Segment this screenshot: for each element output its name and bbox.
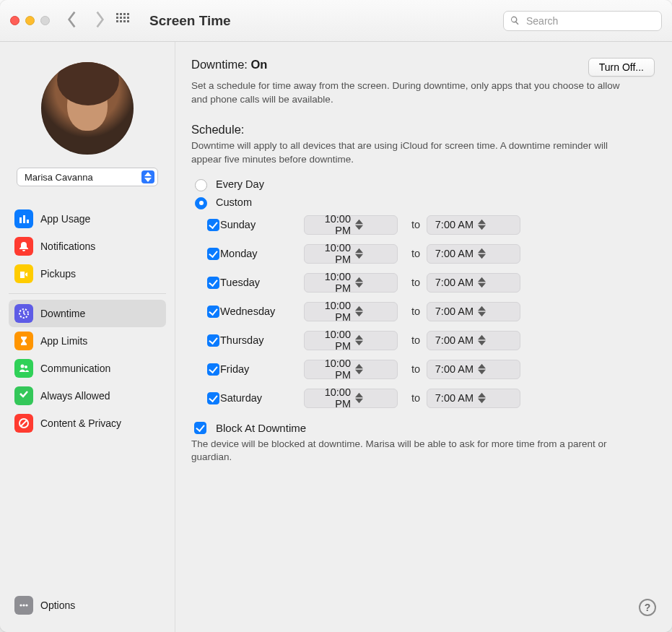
start-time-value: 10:00 PM — [312, 242, 351, 265]
bell-icon — [14, 237, 33, 256]
main-content: Downtime: On Turn Off... Set a schedule … — [175, 42, 672, 632]
stepper-icon[interactable] — [478, 334, 517, 346]
radio-custom[interactable]: Custom — [191, 195, 655, 209]
stepper-icon[interactable] — [355, 306, 394, 317]
downtime-description: Set a schedule for time away from the sc… — [191, 79, 624, 107]
back-button[interactable] — [66, 10, 78, 32]
sidebar-item-label: Content & Privacy — [40, 417, 121, 429]
start-time-sunday[interactable]: 10:00 PM — [304, 215, 398, 235]
turn-off-button[interactable]: Turn Off... — [588, 58, 655, 77]
start-time-value: 10:00 PM — [312, 358, 351, 381]
end-time-thursday[interactable]: 7:00 AM — [427, 331, 520, 350]
stepper-icon[interactable] — [478, 277, 517, 288]
block-at-downtime-row[interactable]: Block At Downtime — [191, 420, 655, 436]
end-time-saturday[interactable]: 7:00 AM — [427, 389, 520, 408]
end-time-value: 7:00 AM — [435, 306, 474, 317]
to-label: to — [405, 363, 427, 375]
end-time-sunday[interactable]: 7:00 AM — [427, 215, 520, 235]
stepper-icon[interactable] — [355, 363, 394, 375]
end-time-value: 7:00 AM — [435, 219, 474, 230]
svg-point-20 — [19, 604, 22, 606]
sidebar-item-communication[interactable]: Communication — [9, 355, 166, 382]
sidebar-item-label: App Usage — [40, 213, 90, 225]
radio-every-day[interactable]: Every Day — [191, 177, 655, 191]
hourglass-icon — [14, 332, 33, 350]
user-select[interactable]: Marisa Cavanna — [17, 168, 158, 186]
day-checkbox-monday[interactable] — [207, 248, 219, 260]
close-window[interactable] — [10, 16, 19, 25]
sidebar-item-app-limits[interactable]: App Limits — [9, 327, 166, 355]
sidebar-item-always-allowed[interactable]: Always Allowed — [9, 382, 166, 410]
status-value: On — [251, 58, 268, 71]
stepper-icon[interactable] — [478, 392, 517, 404]
stepper-icon[interactable] — [355, 219, 394, 230]
end-time-value: 7:00 AM — [435, 392, 474, 404]
sidebar-item-options[interactable]: Options — [9, 592, 166, 619]
sidebar-item-notifications[interactable]: Notifications — [9, 233, 166, 260]
apps-grid-icon[interactable] — [116, 13, 129, 28]
stepper-icon[interactable] — [478, 306, 517, 317]
end-time-tuesday[interactable]: 7:00 AM — [427, 273, 520, 293]
end-time-monday[interactable]: 7:00 AM — [427, 244, 520, 264]
day-checkbox-tuesday[interactable] — [207, 277, 219, 289]
day-checkbox-wednesday[interactable] — [207, 306, 219, 318]
every-day-label: Every Day — [216, 178, 264, 190]
minimize-window[interactable] — [25, 16, 35, 25]
svg-rect-10 — [123, 20, 126, 22]
end-time-friday[interactable]: 7:00 AM — [427, 360, 520, 379]
toolbar-search[interactable] — [503, 11, 662, 31]
sidebar-item-label: Communication — [40, 363, 110, 374]
hand-icon — [14, 264, 33, 283]
stepper-icon[interactable] — [478, 219, 517, 230]
day-checkbox-saturday[interactable] — [207, 392, 219, 404]
day-checkbox-thursday[interactable] — [207, 334, 219, 347]
end-time-value: 7:00 AM — [435, 248, 474, 259]
svg-rect-7 — [127, 17, 129, 19]
start-time-monday[interactable]: 10:00 PM — [304, 244, 398, 264]
sidebar-item-label: App Limits — [40, 335, 87, 347]
start-time-wednesday[interactable]: 10:00 PM — [304, 302, 398, 321]
people-icon — [14, 359, 33, 378]
user-avatar[interactable] — [41, 62, 134, 155]
user-select-label: Marisa Cavanna — [25, 172, 93, 183]
day-checkbox-sunday[interactable] — [207, 219, 219, 231]
sidebar-item-label: Notifications — [40, 241, 95, 252]
start-time-tuesday[interactable]: 10:00 PM — [304, 273, 398, 293]
start-time-friday[interactable]: 10:00 PM — [304, 360, 398, 379]
stepper-icon[interactable] — [355, 334, 394, 346]
every-day-radio[interactable] — [195, 179, 207, 191]
sidebar-item-content-privacy[interactable]: Content & Privacy — [9, 410, 166, 437]
svg-point-17 — [25, 365, 27, 368]
window: Screen Time Marisa Cavanna App Usage — [0, 0, 672, 632]
svg-line-19 — [21, 420, 27, 426]
stepper-icon[interactable] — [355, 392, 394, 404]
sidebar-item-app-usage[interactable]: App Usage — [9, 205, 166, 233]
stepper-icon[interactable] — [355, 248, 394, 259]
window-title: Screen Time — [149, 13, 231, 29]
svg-rect-6 — [123, 17, 126, 19]
fullscreen-window-disabled — [40, 16, 50, 25]
block-at-downtime-checkbox[interactable] — [194, 422, 206, 434]
stepper-icon[interactable] — [478, 248, 517, 259]
day-label: Sunday — [220, 219, 304, 230]
downtime-status: Downtime: On — [191, 58, 267, 72]
to-label: to — [405, 334, 427, 346]
start-time-saturday[interactable]: 10:00 PM — [304, 389, 398, 408]
start-time-thursday[interactable]: 10:00 PM — [304, 331, 398, 350]
custom-radio[interactable] — [195, 197, 207, 209]
day-checkbox-friday[interactable] — [207, 363, 219, 376]
to-label: to — [405, 277, 427, 288]
sidebar-item-downtime[interactable]: Downtime — [9, 300, 166, 327]
checkmark-shield-icon — [14, 386, 33, 405]
help-button[interactable]: ? — [639, 599, 656, 616]
day-label: Wednesday — [220, 306, 304, 317]
search-input[interactable] — [525, 14, 655, 27]
stepper-icon[interactable] — [478, 363, 517, 375]
forward-button[interactable] — [94, 10, 106, 32]
stepper-icon[interactable] — [355, 277, 394, 288]
ellipsis-icon — [14, 596, 33, 615]
end-time-wednesday[interactable]: 7:00 AM — [427, 302, 520, 321]
schedule-description: Downtime will apply to all devices that … — [191, 139, 624, 167]
svg-rect-0 — [116, 13, 118, 15]
sidebar-item-pickups[interactable]: Pickups — [9, 260, 166, 287]
